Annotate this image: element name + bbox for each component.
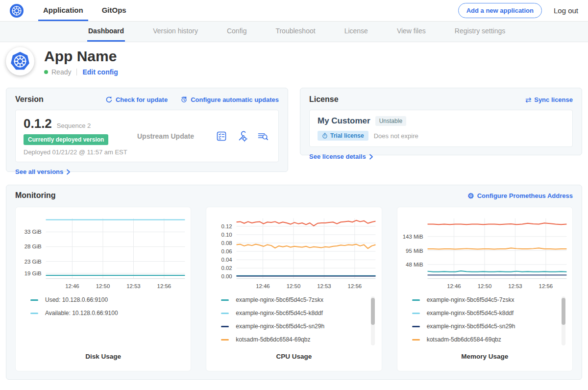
tab-version-history[interactable]: Version history <box>152 22 199 42</box>
kubernetes-logo-icon[interactable] <box>10 4 24 18</box>
svg-text:0.04: 0.04 <box>221 257 233 263</box>
disk-usage-chart: 19 GiB23 GiB28 GiB33 GiB12:4612:5012:531… <box>16 213 191 294</box>
see-all-versions-link[interactable]: See all versions <box>15 168 279 175</box>
disk-usage-legend: Used: 10.128.0.66:9100Available: 10.128.… <box>16 294 191 323</box>
svg-text:12:56: 12:56 <box>539 283 553 289</box>
tab-view-files[interactable]: View files <box>396 22 427 42</box>
license-card: License ⇄ Sync license My Customer Unsta… <box>300 88 582 155</box>
stopwatch-icon <box>322 133 328 139</box>
legend-scrollbar[interactable] <box>562 296 565 345</box>
legend-label: example-nginx-5bc6f5d4c5-7zskx <box>427 296 514 303</box>
svg-text:28 GiB: 28 GiB <box>24 244 42 249</box>
legend-label: kotsadm-5db6dc6584-69qbz <box>236 336 310 343</box>
sync-arrows-icon: ⇄ <box>525 96 532 103</box>
memory-usage-chart: 48 MiB95 MiB143 MiB12:4612:5012:5312:56 <box>397 213 572 294</box>
legend-item: example-nginx-5bc6f5d4c5-7zskx <box>412 296 560 303</box>
svg-text:12:53: 12:53 <box>508 283 522 289</box>
configure-automatic-updates-label: Configure automatic updates <box>191 96 279 103</box>
tab-gitops-label: GitOps <box>102 6 126 14</box>
see-license-details-link[interactable]: See license details <box>309 153 573 160</box>
sync-license-label: Sync license <box>534 96 573 103</box>
app-header: App Name Ready Edit config <box>0 42 588 85</box>
svg-text:12:46: 12:46 <box>256 283 270 289</box>
svg-text:95 MiB: 95 MiB <box>406 248 423 254</box>
license-card-title: License <box>309 95 339 104</box>
configure-automatic-updates-link[interactable]: Configure automatic updates <box>180 96 279 103</box>
tab-license[interactable]: License <box>343 22 369 42</box>
tab-troubleshoot[interactable]: Troubleshoot <box>274 22 316 42</box>
preflight-checks-icon[interactable] <box>216 130 227 142</box>
legend-dash-icon <box>221 299 229 301</box>
svg-text:12:56: 12:56 <box>157 283 172 289</box>
clock-refresh-icon <box>180 96 188 103</box>
sync-license-link[interactable]: ⇄ Sync license <box>525 96 573 103</box>
tab-application-label: Application <box>43 6 83 14</box>
disk-usage-chart-title: Disk Usage <box>16 353 191 371</box>
svg-text:12:53: 12:53 <box>126 283 141 289</box>
legend-scrollbar-thumb[interactable] <box>562 298 565 325</box>
status-dot <box>44 70 48 74</box>
legend-dash-icon <box>412 313 420 314</box>
svg-text:143 MiB: 143 MiB <box>402 234 423 240</box>
chevron-right-icon <box>66 169 71 175</box>
version-source-label: Upstream Update <box>130 132 216 140</box>
legend-item: kotsadm-5db6dc6584-69qbz <box>412 336 560 343</box>
svg-text:12:53: 12:53 <box>317 283 331 289</box>
memory-usage-chart-card: 48 MiB95 MiB143 MiB12:4612:5012:5312:56 … <box>397 207 573 371</box>
add-application-button[interactable]: Add a new application <box>458 3 542 18</box>
legend-label: example-nginx-5bc6f5d4c5-sn29h <box>236 323 324 330</box>
app-logo <box>6 47 34 75</box>
deploy-logs-icon[interactable] <box>257 130 269 142</box>
configure-prometheus-label: Configure Prometheus Address <box>477 192 573 199</box>
page-title: App Name <box>44 48 118 64</box>
legend-scrollbar[interactable] <box>371 296 375 345</box>
trial-license-badge: Trial license <box>318 131 368 141</box>
tab-config[interactable]: Config <box>226 22 247 42</box>
legend-item: Used: 10.128.0.66:9100 <box>30 296 178 303</box>
top-nav: Application GitOps Add a new application… <box>0 0 588 22</box>
configure-prometheus-link[interactable]: ⚙ Configure Prometheus Address <box>467 192 573 199</box>
svg-text:12:50: 12:50 <box>96 283 110 289</box>
svg-text:0.06: 0.06 <box>221 248 232 254</box>
see-license-details-label: See license details <box>309 153 366 160</box>
svg-text:33 GiB: 33 GiB <box>24 229 42 235</box>
legend-dash-icon <box>412 299 420 301</box>
legend-dash-icon <box>412 326 420 327</box>
license-summary-row: My Customer Unstable Trial license Does … <box>309 110 573 147</box>
legend-scrollbar-thumb[interactable] <box>371 298 375 325</box>
memory-usage-legend: example-nginx-5bc6f5d4c5-7zskxexample-ng… <box>397 294 572 349</box>
check-for-update-link[interactable]: Check for update <box>105 96 168 103</box>
legend-dash-icon <box>221 313 229 314</box>
deployed-timestamp: Deployed 01/21/22 @ 11:57 am EST <box>24 148 130 156</box>
legend-dash-icon <box>30 299 38 301</box>
edit-config-link[interactable]: Edit config <box>82 68 118 76</box>
legend-label: example-nginx-5bc6f5d4c5-7zskx <box>236 296 323 303</box>
svg-text:0.02: 0.02 <box>221 265 232 271</box>
currently-deployed-badge: Currently deployed version <box>24 134 108 145</box>
tab-dashboard[interactable]: Dashboard <box>87 22 125 42</box>
tab-registry-settings[interactable]: Registry settings <box>454 22 506 42</box>
cpu-usage-chart-card: 0.000.020.040.060.080.100.1212:4612:5012… <box>206 207 382 371</box>
chevron-right-icon <box>369 154 373 160</box>
svg-text:12:50: 12:50 <box>477 283 491 289</box>
cpu-usage-chart: 0.000.020.040.060.080.100.1212:4612:5012… <box>206 213 381 294</box>
legend-label: Available: 10.128.0.66:9100 <box>45 310 118 317</box>
tab-application[interactable]: Application <box>38 0 88 21</box>
cpu-usage-chart-title: CPU Usage <box>206 353 381 371</box>
customer-name: My Customer <box>318 116 370 126</box>
svg-text:0.00: 0.00 <box>221 273 232 279</box>
legend-dash-icon <box>221 339 229 341</box>
app-kubernetes-icon <box>9 50 31 72</box>
legend-label: example-nginx-5bc6f5d4c5-k8ddf <box>236 310 322 317</box>
legend-dash-icon <box>412 339 420 341</box>
legend-item: kotsadm-5db6dc6584-69qbz <box>221 336 368 343</box>
svg-text:0.10: 0.10 <box>221 232 232 238</box>
channel-badge: Unstable <box>375 116 406 126</box>
config-wrench-icon[interactable] <box>236 130 248 142</box>
svg-text:0.12: 0.12 <box>221 223 232 229</box>
tab-gitops[interactable]: GitOps <box>97 0 131 21</box>
logout-link[interactable]: Log out <box>554 6 578 15</box>
cpu-usage-legend: example-nginx-5bc6f5d4c5-7zskxexample-ng… <box>206 294 381 349</box>
license-expiry: Does not expire <box>374 132 418 140</box>
monitoring-title: Monitoring <box>15 191 56 200</box>
